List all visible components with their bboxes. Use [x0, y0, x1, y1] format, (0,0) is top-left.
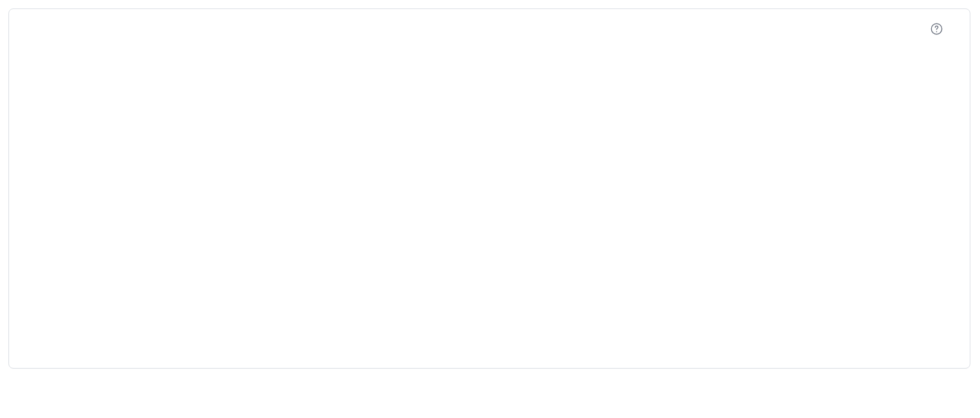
svg-point-1	[936, 31, 937, 33]
chart-area[interactable]	[26, 45, 953, 328]
legend-item-avg[interactable]	[128, 342, 151, 352]
swatch-avg	[128, 342, 139, 352]
panel-header	[26, 22, 953, 36]
legend-item-p95[interactable]	[172, 342, 189, 352]
machine-learning-block	[930, 22, 953, 36]
legend	[26, 342, 953, 352]
help-icon[interactable]	[930, 22, 943, 36]
legend-item-p99[interactable]	[209, 342, 226, 352]
swatch-p95	[172, 342, 183, 352]
transaction-duration-panel	[8, 8, 970, 369]
swatch-p99	[209, 342, 220, 352]
